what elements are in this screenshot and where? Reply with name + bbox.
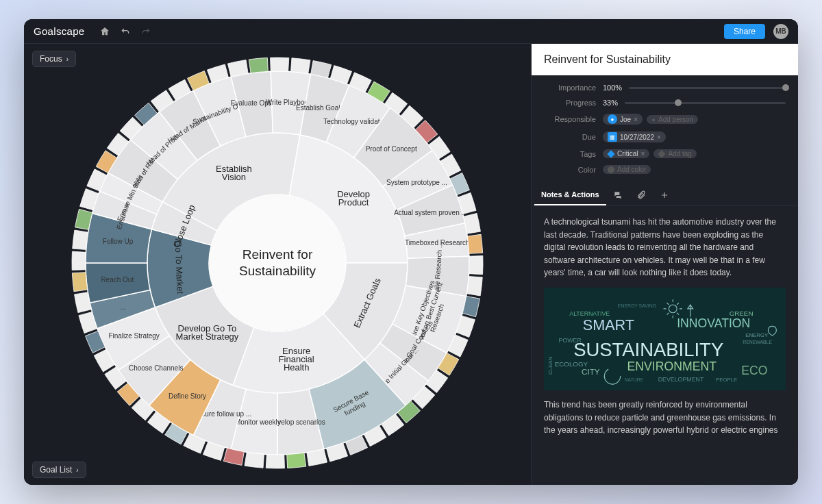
panel-title: Reinvent for Sustainability bbox=[532, 44, 798, 75]
importance-row: Importance 100% bbox=[544, 84, 786, 92]
plus-icon bbox=[660, 190, 669, 200]
tag-icon bbox=[607, 150, 614, 158]
tag-pill[interactable]: Critical × bbox=[603, 149, 649, 158]
wordcloud-image: ALTERNATIVE ENERGY SAVING SMART INNOVATI… bbox=[544, 288, 786, 390]
main-area: Focus › Goal List › EstablishVisionDevel… bbox=[24, 44, 798, 485]
user-avatar[interactable]: MB bbox=[773, 24, 788, 39]
remove-icon[interactable]: × bbox=[641, 150, 645, 158]
svg-text:ENERGY SAVING: ENERGY SAVING bbox=[618, 303, 656, 308]
svg-text:Actual system proven ...: Actual system proven ... bbox=[394, 209, 467, 216]
color-label: Color bbox=[544, 166, 596, 174]
progress-value: 33% bbox=[603, 99, 618, 107]
svg-text:Finalize Strategy: Finalize Strategy bbox=[108, 331, 159, 339]
svg-text:ENERGY: ENERGY bbox=[745, 332, 769, 338]
svg-text:Monitor weekly: Monitor weekly bbox=[235, 418, 281, 426]
responsible-label: Responsible bbox=[544, 115, 596, 123]
properties-section: Importance 100% Progress 33% Responsible bbox=[532, 75, 798, 185]
app-window: Goalscape Share MB Focus › Goal List › E… bbox=[24, 19, 798, 485]
svg-text:SUSTAINABILITY: SUSTAINABILITY bbox=[573, 338, 723, 360]
top-bar: Goalscape Share MB bbox=[24, 19, 798, 44]
calendar-icon: ▦ bbox=[608, 132, 617, 142]
svg-text:SMART: SMART bbox=[583, 316, 634, 333]
tab-label: Notes & Actions bbox=[541, 190, 599, 199]
responsible-pill[interactable]: ● Joe × bbox=[603, 114, 643, 125]
importance-label: Importance bbox=[544, 84, 596, 92]
svg-text:INNOVATION: INNOVATION bbox=[677, 316, 750, 330]
svg-text:ECO: ECO bbox=[741, 364, 767, 377]
slider-thumb[interactable] bbox=[782, 84, 789, 91]
svg-text:DEVELOPMENT: DEVELOPMENT bbox=[658, 376, 704, 383]
svg-text:Develop Go ToMarket Strategy: Develop Go ToMarket Strategy bbox=[176, 323, 239, 342]
svg-text:...: ... bbox=[120, 303, 125, 310]
redo-icon[interactable] bbox=[138, 23, 154, 40]
svg-text:DevelopProduct: DevelopProduct bbox=[337, 189, 370, 207]
svg-text:NATURE: NATURE bbox=[625, 377, 644, 382]
share-button[interactable]: Share bbox=[724, 24, 765, 39]
slider-thumb[interactable] bbox=[675, 99, 682, 106]
person-add-icon: ● bbox=[651, 116, 656, 123]
panel-tabs: Notes & Actions bbox=[532, 185, 798, 206]
svg-text:Define Story: Define Story bbox=[169, 392, 206, 399]
color-row: Color Add color bbox=[544, 165, 786, 174]
remove-icon[interactable]: × bbox=[634, 116, 638, 123]
due-label: Due bbox=[544, 133, 596, 141]
svg-text:System prototype ...: System prototype ... bbox=[386, 178, 447, 186]
importance-slider[interactable] bbox=[629, 87, 786, 89]
notes-paragraph-2: This trend has been greatly reinforced b… bbox=[544, 399, 786, 437]
responsible-name: Joe bbox=[620, 116, 631, 123]
notes-body[interactable]: A technological tsunami has hit the auto… bbox=[532, 206, 798, 485]
svg-text:Choose Channels: Choose Channels bbox=[129, 364, 184, 372]
due-row: Due ▦ 10/27/2022 × bbox=[544, 131, 786, 142]
svg-text:GREEN: GREEN bbox=[730, 310, 754, 317]
add-color-button[interactable]: Add color bbox=[603, 165, 651, 174]
person-icon: ● bbox=[608, 114, 617, 124]
tab-notes-actions[interactable]: Notes & Actions bbox=[534, 185, 606, 205]
home-icon[interactable] bbox=[97, 23, 113, 40]
tags-row: Tags Critical × Add tag bbox=[544, 149, 786, 158]
svg-point-0 bbox=[209, 194, 346, 331]
svg-text:EnsureFinancialHealth: EnsureFinancialHealth bbox=[279, 346, 314, 373]
sunburst-chart[interactable]: EstablishVisionDevelopProductExtract Goa… bbox=[58, 51, 497, 478]
progress-label: Progress bbox=[544, 99, 596, 107]
importance-value: 100% bbox=[603, 84, 622, 92]
svg-text:ENVIRONMENT: ENVIRONMENT bbox=[627, 360, 717, 373]
add-tag-label: Add tag bbox=[668, 150, 691, 158]
undo-icon[interactable] bbox=[117, 23, 134, 40]
add-color-label: Add color bbox=[617, 166, 646, 173]
svg-text:Follow Up: Follow Up bbox=[103, 238, 134, 245]
due-date-pill[interactable]: ▦ 10/27/2022 × bbox=[603, 131, 666, 142]
add-person-label: Add person bbox=[658, 116, 693, 123]
app-logo: Goalscape bbox=[34, 25, 84, 37]
tags-label: Tags bbox=[544, 150, 596, 158]
progress-row: Progress 33% bbox=[544, 99, 786, 107]
canvas-area[interactable]: Focus › Goal List › EstablishVisionDevel… bbox=[24, 44, 531, 485]
svg-text:Reach Out: Reach Out bbox=[101, 275, 134, 283]
svg-text:RENEWABLE: RENEWABLE bbox=[743, 340, 772, 344]
remove-icon[interactable]: × bbox=[657, 134, 661, 141]
svg-text:PEOPLE: PEOPLE bbox=[716, 377, 737, 383]
svg-point-54 bbox=[669, 305, 677, 313]
svg-text:ALTERNATIVE: ALTERNATIVE bbox=[569, 310, 610, 317]
due-value: 10/27/2022 bbox=[620, 134, 654, 141]
add-tag-button[interactable]: Add tag bbox=[653, 149, 696, 158]
tab-add[interactable] bbox=[653, 185, 676, 205]
responsible-row: Responsible ● Joe × ● Add person bbox=[544, 114, 786, 125]
color-swatch-icon bbox=[608, 166, 614, 173]
side-panel: Reinvent for Sustainability Importance 1… bbox=[531, 44, 798, 485]
svg-text:CLEAN: CLEAN bbox=[547, 356, 553, 374]
svg-text:Proof of Concept: Proof of Concept bbox=[366, 144, 417, 152]
attachment-icon bbox=[636, 190, 646, 200]
progress-slider[interactable] bbox=[625, 102, 786, 104]
tab-comments[interactable] bbox=[606, 185, 630, 205]
comments-icon bbox=[613, 190, 623, 200]
tag-value: Critical bbox=[617, 150, 638, 158]
tab-attachments[interactable] bbox=[630, 185, 653, 205]
notes-paragraph: A technological tsunami has hit the auto… bbox=[544, 216, 786, 279]
add-person-button[interactable]: ● Add person bbox=[647, 115, 698, 124]
svg-text:CITY: CITY bbox=[582, 367, 600, 376]
tag-icon bbox=[658, 150, 666, 158]
